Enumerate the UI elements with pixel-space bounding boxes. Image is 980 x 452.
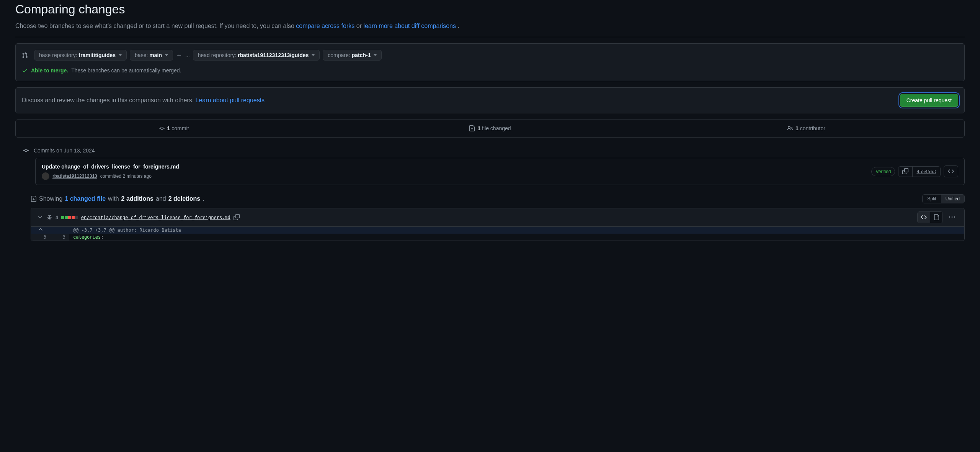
file-header: 4 en/croatia/change_of_drivers_license_f… xyxy=(31,208,964,227)
compare-branch-dropdown[interactable]: compare: patch-1 xyxy=(323,50,382,61)
diff-square-add xyxy=(65,216,68,219)
file-header-right xyxy=(917,211,958,223)
base-value: main xyxy=(149,52,162,58)
line-num-old[interactable]: 3 xyxy=(31,234,50,241)
subtitle-or: or xyxy=(356,23,364,29)
subtitle-text: Choose two branches to see what's change… xyxy=(15,23,296,29)
learn-more-link[interactable]: learn more about diff comparisons xyxy=(363,23,456,29)
kebab-menu-button[interactable] xyxy=(946,212,958,223)
head-repo-dropdown[interactable]: head repository: rbatista19112312313/gui… xyxy=(193,50,320,61)
line-content: categories: xyxy=(69,234,964,241)
merge-able-text: Able to merge. xyxy=(31,67,68,75)
yaml-colon: : xyxy=(101,234,103,240)
branch-selectors: base repository: tramitit/guides base: m… xyxy=(22,50,958,61)
diff-square-add xyxy=(61,216,64,219)
diff-square-neutral xyxy=(75,216,78,219)
head-repo-label: head repository: xyxy=(198,52,236,58)
file-diff-icon xyxy=(31,194,37,203)
commits-header: Commits on Jun 13, 2024 xyxy=(23,147,965,155)
with-text: with xyxy=(108,194,119,203)
base-label: base: xyxy=(135,52,148,58)
commit-left: Update change_of_drivers_license_for_for… xyxy=(42,163,179,180)
commit-author[interactable]: rbatista19112312313 xyxy=(52,173,97,180)
learn-pr-link[interactable]: Learn about pull requests xyxy=(196,97,265,103)
head-repo-value: rbatista19112312313/guides xyxy=(238,52,309,58)
hunk-line-num-spacer xyxy=(50,227,69,234)
stat-commits[interactable]: 1 commit xyxy=(16,120,332,137)
hash-group: 4554563 xyxy=(898,166,941,177)
unified-view-button[interactable]: Unified xyxy=(941,195,964,203)
commit-right: Verified 4554563 xyxy=(871,165,958,177)
expand-up-button[interactable] xyxy=(31,227,50,234)
merge-status: Able to merge. These branches can be aut… xyxy=(22,67,958,75)
check-icon xyxy=(22,67,28,75)
commit-time: committed 2 minutes ago xyxy=(100,173,152,180)
rendered-view-button[interactable] xyxy=(930,212,942,223)
merge-desc-text: These branches can be automatically merg… xyxy=(71,67,181,75)
changed-file-link[interactable]: 1 changed file xyxy=(65,194,106,203)
split-view-button[interactable]: Split xyxy=(923,195,941,203)
compare-forks-link[interactable]: compare across forks xyxy=(296,23,354,29)
and-text: and xyxy=(156,194,166,203)
change-count: 4 xyxy=(56,214,58,221)
subtitle-suffix: . xyxy=(457,23,459,29)
hunk-header-text: @@ -3,7 +3,7 @@ author: Ricardo Batista xyxy=(69,227,964,234)
showing-text: Showing xyxy=(39,194,62,203)
people-icon xyxy=(787,124,793,133)
compare-label: compare: xyxy=(328,52,350,58)
stat-contributors[interactable]: 1 contributor xyxy=(648,120,964,137)
commit-title[interactable]: Update change_of_drivers_license_for_for… xyxy=(42,163,179,171)
discuss-box: Discuss and review the changes in this c… xyxy=(15,87,965,113)
file-header-left: 4 en/croatia/change_of_drivers_license_f… xyxy=(37,213,240,221)
create-pr-button[interactable]: Create pull request xyxy=(900,94,958,107)
base-repo-dropdown[interactable]: base repository: tramitit/guides xyxy=(34,50,127,61)
view-mode-group xyxy=(917,211,943,223)
view-toggle: Split Unified xyxy=(922,194,965,203)
stats-box: 1 commit 1 file changed 1 contributor xyxy=(15,120,965,138)
diff-line-row: 3 3 categories: xyxy=(31,234,964,241)
deletions-count: 2 deletions xyxy=(168,194,201,203)
git-compare-icon xyxy=(22,51,28,59)
base-repo-label: base repository: xyxy=(39,52,77,58)
stat-files-text: 1 file changed xyxy=(477,124,511,133)
chevron-down-icon[interactable] xyxy=(37,213,43,221)
copy-hash-button[interactable] xyxy=(898,167,913,177)
yaml-key: categories xyxy=(73,234,101,240)
compare-value: patch-1 xyxy=(352,52,371,58)
diff-squares xyxy=(61,216,78,219)
compare-box: base repository: tramitit/guides base: m… xyxy=(15,43,965,81)
stat-commits-text: 1 commit xyxy=(167,124,189,133)
commit-meta: rbatista19112312313 committed 2 minutes … xyxy=(42,172,179,180)
changes-summary: Showing 1 changed file with 2 additions … xyxy=(31,194,965,203)
stat-files[interactable]: 1 file changed xyxy=(332,120,648,137)
file-path[interactable]: en/croatia/change_of_drivers_license_for… xyxy=(81,214,230,221)
commit-hash[interactable]: 4554563 xyxy=(913,167,940,177)
browse-code-button[interactable] xyxy=(944,165,958,177)
file-box: 4 en/croatia/change_of_drivers_license_f… xyxy=(31,208,965,241)
commit-icon xyxy=(159,124,165,133)
base-repo-value: tramitit/guides xyxy=(79,52,116,58)
commit-item: Update change_of_drivers_license_for_for… xyxy=(35,158,965,185)
subtitle: Choose two branches to see what's change… xyxy=(15,21,965,31)
expand-icon[interactable] xyxy=(46,213,52,221)
page-title: Comparing changes xyxy=(15,0,965,18)
commit-dot-icon xyxy=(23,147,29,155)
copy-path-button[interactable] xyxy=(234,213,240,221)
files-label: file changed xyxy=(480,125,511,131)
commits-label: commit xyxy=(170,125,189,131)
discuss-text: Discuss and review the changes in this c… xyxy=(22,96,265,105)
hunk-header-row: @@ -3,7 +3,7 @@ author: Ricardo Batista xyxy=(31,227,964,234)
contributors-count: 1 xyxy=(795,125,799,131)
base-branch-dropdown[interactable]: base: main xyxy=(130,50,173,61)
discuss-prefix: Discuss and review the changes in this c… xyxy=(22,97,196,103)
ellipsis: ... xyxy=(185,51,190,59)
diff-square-del xyxy=(68,216,71,219)
diff-content: @@ -3,7 +3,7 @@ author: Ricardo Batista … xyxy=(31,227,964,241)
line-num-new[interactable]: 3 xyxy=(50,234,69,241)
contributors-label: contributor xyxy=(799,125,825,131)
verified-badge[interactable]: Verified xyxy=(871,167,895,176)
avatar[interactable] xyxy=(42,172,49,180)
period: . xyxy=(203,194,204,203)
commits-date: Commits on Jun 13, 2024 xyxy=(34,147,95,155)
source-view-button[interactable] xyxy=(918,212,930,223)
